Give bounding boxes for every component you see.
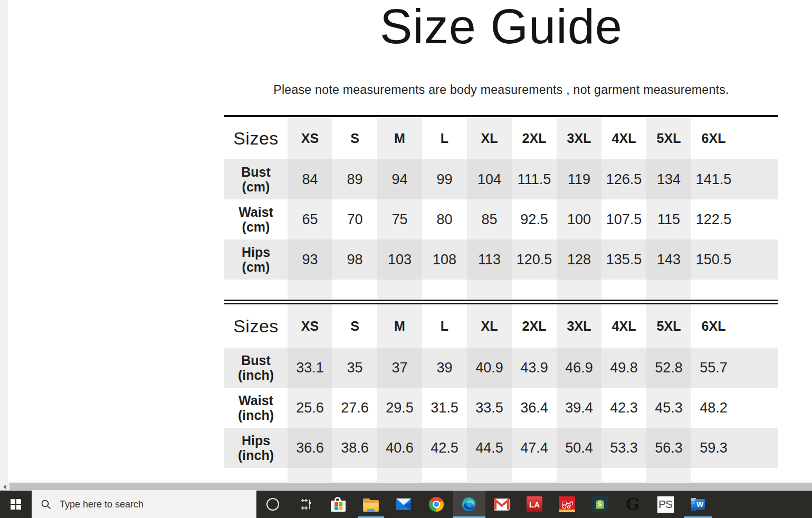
- size-column-header: M: [377, 117, 422, 159]
- size-column-header: XL: [467, 117, 512, 159]
- mail-button[interactable]: [387, 491, 420, 518]
- measure-value-cell: 40.6: [377, 428, 422, 468]
- spacer-cell: [377, 468, 422, 482]
- measure-value-cell: 42.3: [601, 388, 646, 428]
- scroll-left-button[interactable]: [0, 482, 9, 491]
- measure-value-cell: 94: [377, 159, 422, 199]
- spacer-cell: [332, 280, 377, 300]
- stagecoach-app-button[interactable]: [551, 491, 584, 518]
- measure-value-cell: 108: [422, 239, 467, 280]
- start-button[interactable]: [0, 491, 32, 518]
- measure-value-cell: 84: [288, 159, 332, 199]
- edge-button[interactable]: [453, 491, 485, 518]
- measure-value-cell: 40.9: [467, 348, 512, 388]
- measure-value-cell: 31.5: [422, 388, 467, 428]
- measure-value-cell: 120.5: [512, 239, 557, 280]
- scrollbar-thumb[interactable]: [9, 483, 812, 490]
- measure-value-cell: 39: [422, 348, 467, 388]
- size-column-header: XL: [467, 304, 512, 348]
- size-column-header: 5XL: [646, 117, 691, 159]
- measure-value-cell: 103: [377, 239, 422, 280]
- spacer-cell: [557, 468, 601, 482]
- spacer-cell: [422, 280, 467, 300]
- la-app-button[interactable]: LA: [518, 491, 551, 518]
- la-app-icon: LA: [527, 496, 542, 512]
- word-icon: W: [690, 496, 706, 512]
- measure-value-cell: 43.9: [512, 348, 557, 388]
- spacer-cell: [332, 468, 377, 482]
- page-title: Size Guide: [224, 1, 778, 52]
- measure-value-cell: 39.4: [557, 388, 601, 428]
- shopify-button[interactable]: S: [584, 491, 616, 518]
- spacer-cell: [646, 468, 691, 482]
- measure-value-cell: 33.1: [288, 348, 332, 388]
- measure-value-cell: 36.6: [288, 428, 332, 468]
- measure-value-cell: 75: [377, 199, 422, 239]
- spacer-cell: [601, 280, 646, 300]
- spacer-cell: [377, 280, 422, 300]
- spacer-cell: [467, 280, 512, 300]
- row-filler: [736, 348, 778, 388]
- word-button[interactable]: W: [682, 491, 714, 518]
- start-icon: [11, 499, 21, 510]
- measure-value-cell: 141.5: [691, 159, 736, 199]
- size-column-header: 3XL: [557, 117, 601, 159]
- chrome-button[interactable]: [420, 491, 453, 518]
- measure-value-cell: 65: [288, 199, 332, 239]
- measure-value-cell: 48.2: [691, 388, 736, 428]
- measure-value-cell: 104: [467, 159, 512, 199]
- taskbar-apps: LA S G PS: [256, 491, 714, 518]
- size-column-header: S: [332, 304, 377, 348]
- taskbar-search[interactable]: [32, 491, 256, 518]
- search-input[interactable]: [59, 498, 235, 511]
- spacer-cell: [646, 280, 691, 300]
- chrome-icon: [429, 497, 444, 512]
- cortana-button[interactable]: [256, 491, 289, 518]
- measure-value-cell: 29.5: [377, 388, 422, 428]
- measure-row-label: Bust (cm): [224, 159, 288, 199]
- ps-app-label: PS: [658, 498, 672, 511]
- search-icon: [41, 499, 51, 510]
- file-explorer-button[interactable]: [355, 491, 387, 518]
- measure-value-cell: 89: [332, 159, 377, 199]
- size-column-header: S: [332, 117, 377, 159]
- task-view-button[interactable]: [289, 491, 322, 518]
- task-view-icon: [299, 497, 312, 511]
- shopify-icon: S: [592, 496, 608, 512]
- measure-value-cell: 49.8: [601, 348, 646, 388]
- measure-value-cell: 52.8: [646, 348, 691, 388]
- measure-value-cell: 143: [646, 239, 691, 280]
- size-table-cm: SizesXSSMLXL2XL3XL4XL5XL6XLBust (cm)8489…: [224, 115, 778, 300]
- spacer-cell: [736, 280, 778, 300]
- measure-value-cell: 27.6: [332, 388, 377, 428]
- measure-value-cell: 113: [467, 239, 512, 280]
- sizes-header-label: Sizes: [224, 304, 288, 348]
- g-app-button[interactable]: G: [616, 491, 649, 518]
- measure-value-cell: 100: [557, 199, 601, 239]
- spacer-cell: [467, 468, 512, 482]
- measure-value-cell: 36.4: [512, 388, 557, 428]
- size-column-header: 4XL: [601, 117, 646, 159]
- spacer-cell: [557, 280, 601, 300]
- measure-value-cell: 115: [646, 199, 691, 239]
- measure-value-cell: 42.5: [422, 428, 467, 468]
- size-column-header: XS: [288, 117, 332, 159]
- row-filler: [736, 388, 778, 428]
- size-column-header: L: [422, 117, 467, 159]
- ps-app-button[interactable]: PS: [649, 491, 682, 518]
- spacer-cell: [736, 468, 778, 482]
- size-column-header: M: [377, 304, 422, 348]
- microsoft-store-button[interactable]: [322, 491, 355, 518]
- windows-taskbar: LA S G PS: [0, 491, 812, 518]
- measure-value-cell: 107.5: [601, 199, 646, 239]
- gmail-button[interactable]: [485, 491, 518, 518]
- measure-value-cell: 25.6: [288, 388, 332, 428]
- measure-value-cell: 44.5: [467, 428, 512, 468]
- measure-value-cell: 55.7: [691, 348, 736, 388]
- measure-value-cell: 111.5: [512, 159, 557, 199]
- ps-app-icon: PS: [657, 496, 674, 513]
- horizontal-scrollbar[interactable]: [0, 482, 812, 491]
- measure-row-label: Waist (cm): [224, 199, 288, 239]
- size-column-header: 5XL: [646, 304, 691, 348]
- spacer-cell: [224, 468, 288, 482]
